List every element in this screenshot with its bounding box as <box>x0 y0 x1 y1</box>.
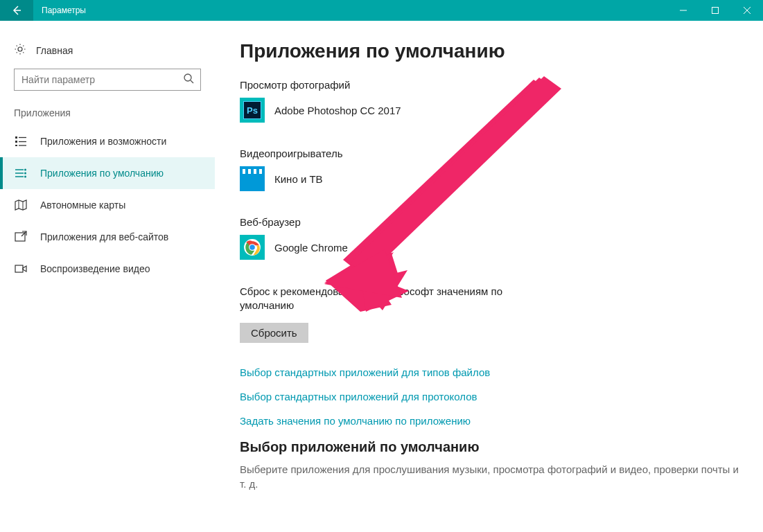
svg-point-14 <box>24 172 26 175</box>
search-icon <box>183 73 194 87</box>
svg-line-3 <box>191 80 193 83</box>
link-file-types[interactable]: Выбор стандартных приложений для типов ф… <box>240 366 752 378</box>
sidebar-item-apps-features[interactable]: Приложения и возможности <box>0 125 215 157</box>
maximize-icon <box>711 6 719 15</box>
svg-rect-6 <box>15 145 17 146</box>
section-label-browser: Веб-браузер <box>240 216 752 228</box>
reset-button[interactable]: Сбросить <box>240 323 308 343</box>
subheading: Выбор приложений по умолчанию <box>240 439 752 455</box>
sidebar-item-offline-maps[interactable]: Автономные карты <box>0 189 215 221</box>
section-label-video: Видеопроигрыватель <box>240 148 752 159</box>
svg-rect-20 <box>15 265 23 272</box>
photoshop-icon: Ps <box>240 98 265 123</box>
search-input[interactable] <box>14 69 201 91</box>
subtext: Выберите приложения для прослушивания му… <box>240 462 739 491</box>
sidebar-item-video-playback[interactable]: Воспроизведение видео <box>0 253 215 285</box>
link-protocols[interactable]: Выбор стандартных приложений для протоко… <box>240 391 752 402</box>
main-content: Приложения по умолчанию Просмотр фотогра… <box>215 21 763 532</box>
default-app-name: Кино и ТВ <box>274 173 323 185</box>
sidebar-item-default-apps[interactable]: Приложения по умолчанию <box>0 157 215 189</box>
default-app-name: Adobe Photoshop CC 2017 <box>274 105 401 116</box>
arrow-left-icon <box>11 5 22 16</box>
svg-rect-1 <box>712 8 719 14</box>
sidebar-item-label: Автономные карты <box>40 200 125 211</box>
apps-list-icon <box>14 135 28 148</box>
home-nav[interactable]: Главная <box>0 37 215 63</box>
svg-point-15 <box>24 176 26 178</box>
window-title: Параметры <box>42 6 86 15</box>
minimize-button[interactable] <box>667 0 699 21</box>
default-app-video[interactable]: Кино и ТВ <box>240 166 752 191</box>
titlebar: Параметры <box>0 0 763 21</box>
close-icon <box>743 6 751 15</box>
search-container <box>14 69 201 91</box>
sidebar-item-apps-websites[interactable]: Приложения для веб-сайтов <box>0 221 215 253</box>
section-label-photo: Просмотр фотографий <box>240 79 752 91</box>
home-label: Главная <box>36 45 73 56</box>
sidebar-item-label: Воспроизведение видео <box>40 263 150 274</box>
sidebar-group-title: Приложения <box>0 107 215 125</box>
open-with-icon <box>14 231 28 243</box>
movies-tv-icon <box>240 166 265 191</box>
sidebar-item-label: Приложения по умолчанию <box>40 168 164 179</box>
svg-point-13 <box>24 169 26 171</box>
back-button[interactable] <box>0 0 33 21</box>
svg-point-2 <box>184 74 191 81</box>
minimize-icon <box>679 6 687 15</box>
maximize-button[interactable] <box>699 0 731 21</box>
page-title: Приложения по умолчанию <box>240 40 752 62</box>
sidebar: Главная Приложения Приложения и возможно… <box>0 21 215 532</box>
default-app-name: Google Chrome <box>274 242 348 254</box>
gear-icon <box>14 43 26 57</box>
chrome-icon <box>240 235 265 260</box>
video-icon <box>14 263 28 275</box>
link-by-app[interactable]: Задать значения по умолчанию по приложен… <box>240 415 752 427</box>
svg-line-19 <box>21 231 26 236</box>
default-app-photo[interactable]: Ps Adobe Photoshop CC 2017 <box>240 98 752 123</box>
default-app-browser[interactable]: Google Chrome <box>240 235 752 260</box>
svg-point-23 <box>249 245 255 250</box>
reset-description: Сброс к рекомендованным Майкрософт значе… <box>240 285 531 313</box>
sidebar-item-label: Приложения для веб-сайтов <box>40 231 168 242</box>
defaults-icon <box>14 167 28 179</box>
map-icon <box>14 199 28 211</box>
close-button[interactable] <box>731 0 763 21</box>
sidebar-item-label: Приложения и возможности <box>40 136 166 147</box>
svg-rect-5 <box>15 141 17 143</box>
svg-rect-4 <box>15 136 17 139</box>
